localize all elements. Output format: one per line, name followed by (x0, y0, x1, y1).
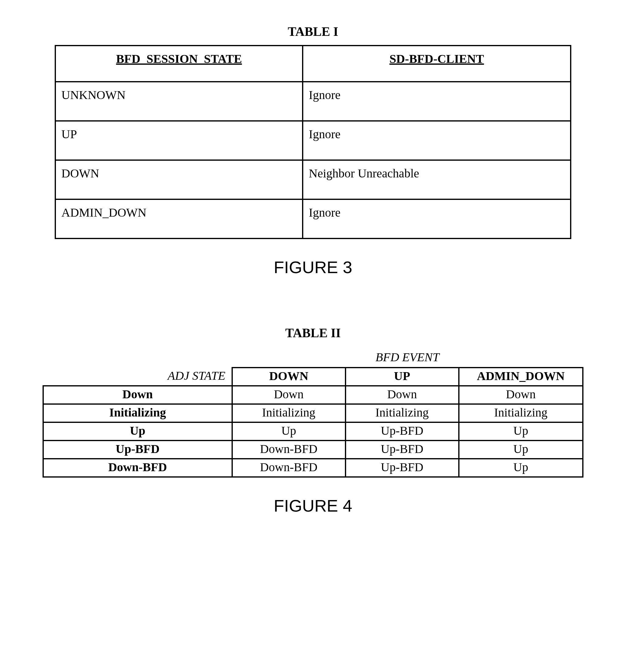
table2-cell: Down (459, 386, 583, 404)
table1-header-state: BFD_SESSION_STATE (55, 46, 303, 82)
table-row: Up Up Up-BFD Up (43, 422, 583, 440)
table1-cell: ADMIN_DOWN (55, 199, 303, 239)
table2-cell: Down (232, 386, 346, 404)
table1: BFD_SESSION_STATE SD-BFD-CLIENT UNKNOWN … (55, 45, 571, 239)
figure3-label: FIGURE 3 (37, 257, 589, 277)
table2-cell: Up (459, 440, 583, 459)
table2-rowheader: Down-BFD (43, 459, 232, 477)
table1-cell: Neighbor Unreachable (303, 160, 571, 199)
table-row: ADMIN_DOWN Ignore (55, 199, 571, 239)
table-row: ADJ STATE DOWN UP ADMIN_DOWN (43, 367, 583, 386)
table-row: UP Ignore (55, 121, 571, 160)
blank-cell (43, 350, 232, 367)
table2-rowheader: Down (43, 386, 232, 404)
table1-title: TABLE I (37, 24, 589, 39)
table2: BFD EVENT ADJ STATE DOWN UP ADMIN_DOWN D… (43, 350, 583, 478)
table2-cell: Up-BFD (346, 440, 459, 459)
table1-cell: Ignore (303, 121, 571, 160)
table-row: DOWN Neighbor Unreachable (55, 160, 571, 199)
table2-colheader: DOWN (232, 367, 346, 386)
table2-cell: Up-BFD (346, 459, 459, 477)
table2-cell: Up-BFD (346, 422, 459, 440)
table1-cell: Ignore (303, 199, 571, 239)
table-row: UNKNOWN Ignore (55, 82, 571, 121)
table2-colheader: UP (346, 367, 459, 386)
table1-cell: DOWN (55, 160, 303, 199)
table2-cell: Up (459, 459, 583, 477)
table1-cell: UNKNOWN (55, 82, 303, 121)
table1-cell: Ignore (303, 82, 571, 121)
table2-cell: Down (346, 386, 459, 404)
table2-cell: Down-BFD (232, 440, 346, 459)
table-row: BFD_SESSION_STATE SD-BFD-CLIENT (55, 46, 571, 82)
table-row: Down Down Down Down (43, 386, 583, 404)
table2-colheader: ADMIN_DOWN (459, 367, 583, 386)
table2-title: TABLE II (43, 326, 583, 340)
adj-state-label: ADJ STATE (43, 367, 232, 386)
table-row: Initializing Initializing Initializing I… (43, 404, 583, 422)
table2-cell: Up (232, 422, 346, 440)
figure4-label: FIGURE 4 (37, 496, 589, 515)
table2-rowheader: Up-BFD (43, 440, 232, 459)
table2-cell: Initializing (459, 404, 583, 422)
table-row: Up-BFD Down-BFD Up-BFD Up (43, 440, 583, 459)
table2-cell: Down-BFD (232, 459, 346, 477)
table2-cell: Initializing (232, 404, 346, 422)
table-row: BFD EVENT (43, 350, 583, 367)
table2-cell: Up (459, 422, 583, 440)
bfd-event-header: BFD EVENT (232, 350, 583, 367)
table2-cell: Initializing (346, 404, 459, 422)
table2-rowheader: Initializing (43, 404, 232, 422)
table-row: Down-BFD Down-BFD Up-BFD Up (43, 459, 583, 477)
table1-cell: UP (55, 121, 303, 160)
table2-rowheader: Up (43, 422, 232, 440)
table1-header-client: SD-BFD-CLIENT (303, 46, 571, 82)
